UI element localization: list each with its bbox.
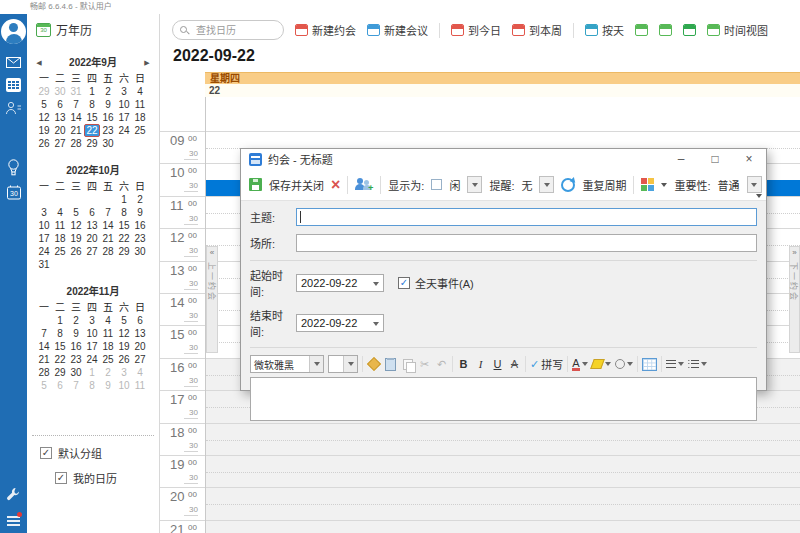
mini-cal-day[interactable]: 24 <box>116 124 132 137</box>
mini-cal-day[interactable]: 15 <box>84 111 100 124</box>
mini-cal-day[interactable]: 6 <box>52 98 68 111</box>
selected-day[interactable]: 22 <box>84 124 100 137</box>
show-as-dropdown[interactable] <box>467 176 482 193</box>
recurrence-button[interactable]: 重复周期 <box>582 177 626 193</box>
mini-cal-day[interactable]: 5 <box>68 206 84 219</box>
mini-cal-day[interactable]: 18 <box>100 340 116 353</box>
location-input[interactable] <box>296 234 757 252</box>
subject-input[interactable] <box>296 208 757 226</box>
mini-cal-day[interactable]: 14 <box>68 111 84 124</box>
mini-cal-day[interactable]: 21 <box>36 353 52 366</box>
mini-cal-day[interactable]: 19 <box>36 124 52 137</box>
mini-cal-day[interactable]: 5 <box>116 314 132 327</box>
mini-cal-day[interactable]: 9 <box>100 98 116 111</box>
mini-cal-day[interactable]: 29 <box>52 366 68 379</box>
mini-cal-day[interactable]: 8 <box>84 98 100 111</box>
mini-cal-day[interactable]: 10 <box>84 327 100 340</box>
align-button[interactable] <box>666 356 684 372</box>
mini-cal-day[interactable]: 29 <box>36 85 52 98</box>
mini-cal-day[interactable]: 30 <box>68 366 84 379</box>
mini-cal-day[interactable]: 27 <box>84 245 100 258</box>
mini-cal-day[interactable]: 23 <box>100 124 116 137</box>
mini-cal-day[interactable]: 6 <box>132 314 148 327</box>
mini-cal-day[interactable]: 4 <box>52 206 68 219</box>
all-day-event[interactable]: ✓ 全天事件(A) <box>398 275 474 291</box>
mini-cal-day[interactable]: 20 <box>52 124 68 137</box>
mini-cal-day[interactable]: 20 <box>84 232 100 245</box>
mini-cal-day[interactable]: 25 <box>52 245 68 258</box>
mini-cal-day[interactable]: 31 <box>36 258 52 271</box>
font-family-select[interactable]: 微软雅黑 <box>250 355 324 373</box>
mini-cal-day[interactable]: 9 <box>100 379 116 392</box>
mini-cal-day[interactable]: 27 <box>52 137 68 150</box>
mini-cal-day[interactable]: 1 <box>84 85 100 98</box>
toolbar-overflow-button[interactable] <box>756 194 762 198</box>
invite-attendees-button[interactable]: + <box>355 178 373 192</box>
mini-cal-day[interactable]: 28 <box>36 366 52 379</box>
mini-cal-day[interactable]: 11 <box>132 379 148 392</box>
mini-cal-day[interactable]: 3 <box>116 366 132 379</box>
calendar-grid-icon[interactable] <box>6 78 21 92</box>
mini-cal-day[interactable]: 7 <box>68 98 84 111</box>
underline-button[interactable]: U <box>491 356 504 372</box>
go-today-button[interactable]: 到今日 <box>451 22 501 38</box>
mini-cal-day[interactable]: 13 <box>132 327 148 340</box>
mini-cal-day[interactable]: 26 <box>68 245 84 258</box>
save-and-close-button[interactable]: 保存并关闭 <box>269 177 324 193</box>
mini-cal-day[interactable]: 26 <box>36 137 52 150</box>
prev-month-button[interactable]: ◀ <box>34 56 44 70</box>
mini-cal-day[interactable]: 23 <box>132 232 148 245</box>
avatar[interactable] <box>1 19 26 44</box>
mini-cal-day[interactable]: 24 <box>36 245 52 258</box>
mini-cal-day[interactable]: 8 <box>52 327 68 340</box>
mini-cal-day[interactable]: 19 <box>116 340 132 353</box>
category-colors-button[interactable] <box>641 178 654 191</box>
maximize-button[interactable]: □ <box>706 149 724 169</box>
mini-cal-day[interactable]: 1 <box>116 193 132 206</box>
time-slot-row[interactable]: 210030 <box>160 520 800 533</box>
day-view-button[interactable]: 按天 <box>585 22 624 38</box>
mini-cal-day[interactable]: 17 <box>116 111 132 124</box>
mini-cal-day[interactable]: 20 <box>132 340 148 353</box>
mini-cal-day[interactable]: 5 <box>36 379 52 392</box>
work-week-view-button[interactable] <box>635 24 648 36</box>
dialog-titlebar[interactable]: 约会 - 无标题 – □ × <box>241 149 766 169</box>
mini-cal-day[interactable]: 27 <box>132 353 148 366</box>
mini-cal-day[interactable]: 30 <box>100 137 116 150</box>
mini-cal-day[interactable]: 26 <box>116 353 132 366</box>
cut-button[interactable]: ✂ <box>418 356 431 372</box>
mini-cal-day[interactable]: 30 <box>52 85 68 98</box>
mini-cal-day[interactable]: 21 <box>68 124 84 137</box>
font-size-select[interactable] <box>328 355 358 373</box>
mini-cal-day[interactable]: 13 <box>52 111 68 124</box>
month-view-button[interactable] <box>683 24 696 36</box>
undo-button[interactable]: ↶ <box>435 356 448 372</box>
insert-table-button[interactable] <box>642 356 657 372</box>
mini-cal-day[interactable]: 16 <box>100 111 116 124</box>
bullet-list-button[interactable] <box>688 356 707 372</box>
mini-cal-day[interactable]: 10 <box>116 379 132 392</box>
mini-cal-day[interactable]: 2 <box>68 314 84 327</box>
mini-cal-day[interactable]: 6 <box>52 379 68 392</box>
mini-cal-day[interactable]: 2 <box>132 193 148 206</box>
mini-cal-day[interactable]: 12 <box>116 327 132 340</box>
category-dropdown-arrow[interactable] <box>661 183 667 187</box>
timeline-view-button[interactable]: 时间视图 <box>707 22 768 38</box>
calendar-group-item[interactable]: ✓默认分组 <box>40 445 154 461</box>
mini-cal-day[interactable]: 29 <box>116 245 132 258</box>
mini-cal-day[interactable]: 23 <box>68 353 84 366</box>
start-date-dropdown[interactable]: 2022-09-22 <box>296 274 384 292</box>
mini-cal-day[interactable]: 12 <box>68 219 84 232</box>
new-meeting-button[interactable]: 新建会议 <box>367 22 428 38</box>
balloon-icon[interactable] <box>7 159 20 176</box>
mini-cal-day[interactable]: 10 <box>116 98 132 111</box>
all-day-checkbox[interactable]: ✓ <box>398 277 410 289</box>
mini-cal-day[interactable]: 31 <box>68 85 84 98</box>
highlight-button[interactable] <box>592 356 611 372</box>
mini-cal-day[interactable]: 12 <box>36 111 52 124</box>
next-month-button[interactable]: ▶ <box>142 56 152 70</box>
strikethrough-button[interactable]: A <box>508 356 521 372</box>
mini-cal-day[interactable]: 3 <box>84 314 100 327</box>
mini-cal-day[interactable]: 11 <box>100 327 116 340</box>
close-button[interactable]: × <box>740 149 758 169</box>
